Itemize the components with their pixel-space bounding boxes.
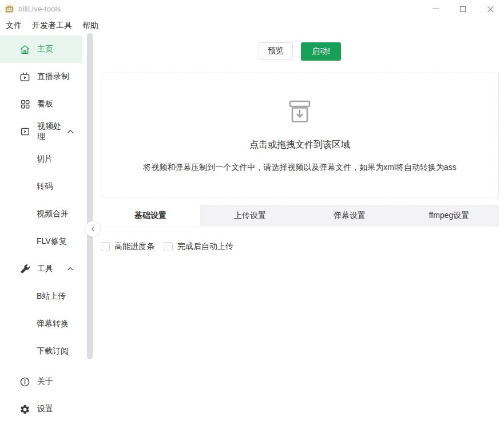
chevron-up-icon bbox=[66, 265, 74, 273]
chevron-left-icon bbox=[89, 225, 97, 233]
sidebar-item-settings[interactable]: 设置 bbox=[0, 395, 82, 423]
close-icon bbox=[487, 6, 494, 12]
video-icon bbox=[19, 126, 30, 137]
sidebar-item-clip[interactable]: 切片 bbox=[0, 145, 82, 173]
sidebar-item-dashboard[interactable]: 看板 bbox=[0, 90, 82, 118]
menu-devtools[interactable]: 开发者工具 bbox=[27, 21, 77, 31]
sidebar-item-video-merge[interactable]: 视频合并 bbox=[0, 200, 82, 228]
titlebar: biliLive-tools bbox=[0, 0, 504, 18]
info-icon bbox=[19, 377, 30, 387]
wrench-icon bbox=[19, 264, 30, 275]
menu-file[interactable]: 文件 bbox=[1, 21, 27, 31]
menu-help[interactable]: 帮助 bbox=[77, 21, 104, 31]
maximize-button[interactable] bbox=[449, 0, 477, 18]
sidebar-item-label: 直播录制 bbox=[37, 72, 69, 82]
sidebar-item-tools[interactable]: 工具 bbox=[0, 255, 82, 283]
sidebar-item-video-process[interactable]: 视频处理 bbox=[0, 118, 82, 145]
tab-upload-settings[interactable]: 上传设置 bbox=[200, 205, 300, 227]
sidebar-item-download-subscribe[interactable]: 下载订阅 bbox=[0, 338, 82, 365]
options-row: 高能进度条 完成后自动上传 bbox=[101, 241, 499, 252]
sidebar-item-about[interactable]: 关于 bbox=[0, 368, 82, 395]
minimize-button[interactable] bbox=[422, 0, 449, 18]
tab-ffmpeg-settings[interactable]: ffmpeg设置 bbox=[399, 205, 499, 227]
sidebar-item-label: B站上传 bbox=[37, 291, 66, 302]
dropzone-subtitle: 将视频和弹幕压制到一个文件中，请选择视频以及弹幕文件，如果为xml将自动转换为a… bbox=[143, 163, 457, 173]
sidebar-item-label: 切片 bbox=[37, 154, 53, 164]
start-button[interactable]: 启动! bbox=[301, 42, 341, 61]
sidebar-item-live-record[interactable]: 直播录制 bbox=[0, 63, 82, 90]
checkbox-unchecked-icon[interactable] bbox=[164, 242, 173, 251]
file-dropzone[interactable]: 点击或拖拽文件到该区域 将视频和弹幕压制到一个文件中，请选择视频以及弹幕文件，如… bbox=[101, 73, 499, 197]
sidebar-item-label: 设置 bbox=[37, 404, 53, 414]
sidebar-item-transcode[interactable]: 转码 bbox=[0, 173, 82, 200]
sidebar-gap bbox=[82, 33, 101, 424]
sidebar-item-label: 视频处理 bbox=[37, 121, 66, 142]
menubar: 文件 开发者工具 帮助 bbox=[0, 18, 504, 33]
sidebar-item-label: 下载订阅 bbox=[37, 346, 69, 356]
sidebar-item-label: 弹幕转换 bbox=[37, 319, 69, 329]
sidebar-item-label: 转码 bbox=[37, 181, 53, 192]
sidebar-footer: 关于 设置 bbox=[0, 368, 82, 424]
sidebar-item-label: 关于 bbox=[37, 377, 53, 387]
window-controls bbox=[422, 0, 504, 18]
sidebar-item-danmu-convert[interactable]: 弹幕转换 bbox=[0, 310, 82, 338]
main-content: 预览 启动! 点击或拖拽文件到该区域 将视频和弹幕压制到一个文件中，请选择视频以… bbox=[101, 33, 504, 424]
option-label: 高能进度条 bbox=[114, 241, 154, 252]
app-body: 主页 直播录制 bbox=[0, 33, 504, 424]
dropzone-title: 点击或拖拽文件到该区域 bbox=[249, 139, 350, 151]
sidebar-item-label: 工具 bbox=[37, 264, 53, 274]
close-button[interactable] bbox=[477, 0, 504, 18]
app-window: biliLive-tools 文件 开发者工具 帮助 主页 bbox=[0, 0, 504, 424]
tab-basic-settings[interactable]: 基础设置 bbox=[101, 205, 200, 227]
sidebar-collapse-button[interactable] bbox=[85, 221, 101, 237]
gear-icon bbox=[19, 404, 30, 415]
inbox-download-icon bbox=[286, 98, 313, 125]
dashboard-icon bbox=[19, 99, 30, 110]
home-icon bbox=[19, 44, 30, 55]
option-auto-upload-after-finish[interactable]: 完成后自动上传 bbox=[164, 241, 233, 252]
option-label: 完成后自动上传 bbox=[177, 241, 233, 252]
tab-danmu-settings[interactable]: 弹幕设置 bbox=[300, 205, 399, 227]
window-title: biliLive-tools bbox=[18, 5, 61, 13]
sidebar-item-label: 主页 bbox=[37, 44, 53, 54]
chevron-up-icon bbox=[66, 128, 74, 136]
option-high-energy-progress[interactable]: 高能进度条 bbox=[101, 241, 154, 252]
tv-record-icon bbox=[19, 72, 30, 82]
app-logo-icon bbox=[5, 5, 14, 13]
settings-tabs: 基础设置 上传设置 弹幕设置 ffmpeg设置 bbox=[101, 205, 499, 227]
sidebar-item-label: 视频合并 bbox=[37, 209, 69, 219]
action-row: 预览 启动! bbox=[101, 42, 499, 61]
sidebar-scrollbar[interactable] bbox=[87, 33, 93, 359]
sidebar-item-home[interactable]: 主页 bbox=[0, 35, 82, 63]
checkbox-unchecked-icon[interactable] bbox=[101, 242, 110, 251]
sidebar-item-label: FLV修复 bbox=[37, 236, 67, 247]
sidebar-item-bili-upload[interactable]: B站上传 bbox=[0, 283, 82, 310]
sidebar-item-label: 看板 bbox=[37, 99, 53, 109]
preview-button[interactable]: 预览 bbox=[259, 42, 293, 60]
minimize-icon bbox=[432, 9, 439, 9]
sidebar: 主页 直播录制 bbox=[0, 33, 82, 424]
maximize-icon bbox=[460, 6, 466, 12]
sidebar-item-flv-repair[interactable]: FLV修复 bbox=[0, 228, 82, 255]
